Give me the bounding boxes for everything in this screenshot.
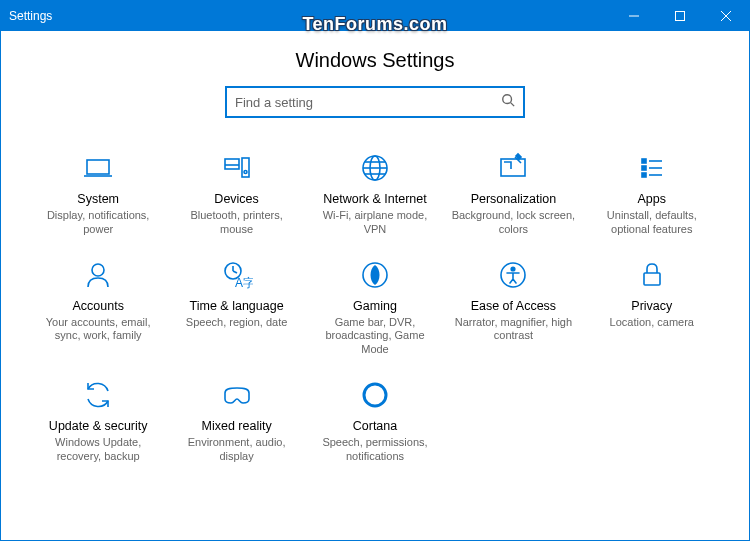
tile-title: Time & language (190, 299, 284, 314)
tile-description: Windows Update, recovery, backup (35, 436, 161, 464)
tile-title: Apps (638, 192, 667, 207)
tile-title: Ease of Access (471, 299, 556, 314)
svg-line-5 (511, 103, 515, 107)
tile-title: Devices (214, 192, 258, 207)
settings-tile-apps[interactable]: AppsUninstall, defaults, optional featur… (583, 152, 721, 237)
tile-description: Game bar, DVR, broadcasting, Game Mode (312, 316, 438, 357)
tile-description: Environment, audio, display (174, 436, 300, 464)
tile-title: Network & Internet (323, 192, 427, 207)
search-box[interactable] (225, 86, 525, 118)
search-icon (501, 93, 515, 111)
page-title: Windows Settings (1, 49, 749, 72)
settings-tile-personalization[interactable]: PersonalizationBackground, lock screen, … (444, 152, 582, 237)
mixed-reality-icon (221, 379, 253, 411)
devices-icon (221, 152, 253, 184)
tile-title: Cortana (353, 419, 397, 434)
tile-title: Personalization (471, 192, 556, 207)
tile-title: Accounts (72, 299, 123, 314)
close-button[interactable] (703, 1, 749, 31)
window-titlebar: Settings (1, 1, 749, 31)
privacy-icon (636, 259, 668, 291)
update-security-icon (82, 379, 114, 411)
settings-grid: SystemDisplay, notifications, powerDevic… (1, 118, 749, 463)
close-icon (721, 11, 731, 21)
tile-description: Bluetooth, printers, mouse (174, 209, 300, 237)
maximize-icon (675, 11, 685, 21)
tile-description: Location, camera (610, 316, 694, 330)
tile-title: Privacy (631, 299, 672, 314)
tile-description: Your accounts, email, sync, work, family (35, 316, 161, 344)
settings-tile-ease-of-access[interactable]: Ease of AccessNarrator, magnifier, high … (444, 259, 582, 357)
search-input[interactable] (235, 95, 501, 110)
tile-description: Background, lock screen, colors (450, 209, 576, 237)
maximize-button[interactable] (657, 1, 703, 31)
window-title: Settings (9, 9, 52, 23)
time-language-icon (221, 259, 253, 291)
settings-tile-privacy[interactable]: PrivacyLocation, camera (583, 259, 721, 357)
settings-tile-mixed-reality[interactable]: Mixed realityEnvironment, audio, display (167, 379, 305, 464)
tile-description: Speech, permissions, notifications (312, 436, 438, 464)
tile-description: Display, notifications, power (35, 209, 161, 237)
apps-icon (636, 152, 668, 184)
system-icon (82, 152, 114, 184)
window-controls (611, 1, 749, 31)
tile-title: System (77, 192, 119, 207)
ease-of-access-icon (497, 259, 529, 291)
settings-tile-cortana[interactable]: CortanaSpeech, permissions, notification… (306, 379, 444, 464)
gaming-icon (359, 259, 391, 291)
cortana-icon (359, 379, 391, 411)
personalization-icon (497, 152, 529, 184)
accounts-icon (82, 259, 114, 291)
tile-description: Uninstall, defaults, optional features (589, 209, 715, 237)
settings-tile-update-security[interactable]: Update & securityWindows Update, recover… (29, 379, 167, 464)
tile-title: Update & security (49, 419, 148, 434)
settings-tile-accounts[interactable]: AccountsYour accounts, email, sync, work… (29, 259, 167, 357)
search-container (1, 86, 749, 118)
svg-point-4 (503, 95, 512, 104)
minimize-icon (629, 11, 639, 21)
tile-description: Speech, region, date (186, 316, 288, 330)
tile-description: Narrator, magnifier, high contrast (450, 316, 576, 344)
tile-title: Mixed reality (202, 419, 272, 434)
minimize-button[interactable] (611, 1, 657, 31)
network-icon (359, 152, 391, 184)
tile-description: Wi-Fi, airplane mode, VPN (312, 209, 438, 237)
settings-tile-network-internet[interactable]: Network & InternetWi-Fi, airplane mode, … (306, 152, 444, 237)
settings-tile-system[interactable]: SystemDisplay, notifications, power (29, 152, 167, 237)
svg-rect-1 (676, 12, 685, 21)
tile-title: Gaming (353, 299, 397, 314)
settings-tile-devices[interactable]: DevicesBluetooth, printers, mouse (167, 152, 305, 237)
settings-tile-time-language[interactable]: Time & languageSpeech, region, date (167, 259, 305, 357)
settings-tile-gaming[interactable]: GamingGame bar, DVR, broadcasting, Game … (306, 259, 444, 357)
